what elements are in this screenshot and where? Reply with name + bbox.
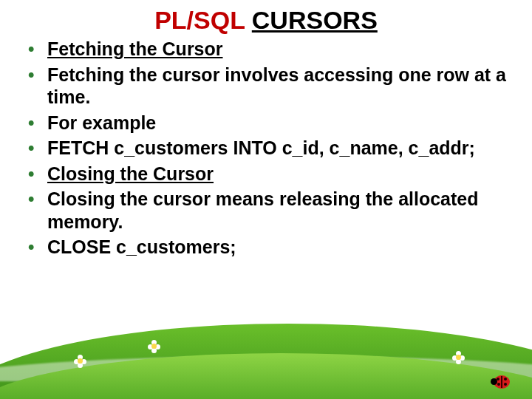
bullet-text: CLOSE c_customers; [47, 236, 236, 257]
bullet-text: Closing the Cursor [47, 163, 214, 184]
flower-icon [148, 340, 161, 353]
bullet-list: Fetching the Cursor Fetching the cursor … [22, 38, 510, 259]
grass-decoration [0, 316, 532, 399]
list-item: CLOSE c_customers; [22, 236, 510, 259]
bullet-text: Fetching the Cursor [47, 38, 223, 59]
grass-hill-back [0, 324, 532, 399]
bullet-text: Closing the cursor means releasing the a… [47, 188, 479, 232]
list-item: For example [22, 112, 510, 134]
list-item: Fetching the cursor involves accessing o… [22, 64, 510, 109]
list-item: Closing the cursor means releasing the a… [22, 188, 510, 233]
slide-title: PL/SQL CURSORS [0, 6, 532, 35]
ladybug-icon [491, 374, 510, 390]
bullet-text: For example [47, 112, 156, 133]
list-item: FETCH c_customers INTO c_id, c_name, c_a… [22, 137, 510, 160]
bullet-text: FETCH c_customers INTO c_id, c_name, c_a… [47, 137, 475, 158]
slide: PL/SQL CURSORS Fetching the Cursor Fetch… [0, 6, 532, 399]
list-item: Fetching the Cursor [22, 38, 510, 61]
flower-icon [452, 351, 466, 364]
grass-hill-front [0, 353, 532, 399]
title-word-cursors: CURSORS [252, 6, 378, 34]
flower-icon [74, 355, 87, 368]
grass-highlight [0, 356, 532, 381]
title-word-pl-sql: PL/SQL [154, 6, 245, 34]
bullet-text: Fetching the cursor involves accessing o… [47, 64, 506, 108]
list-item: Closing the Cursor [22, 163, 510, 185]
